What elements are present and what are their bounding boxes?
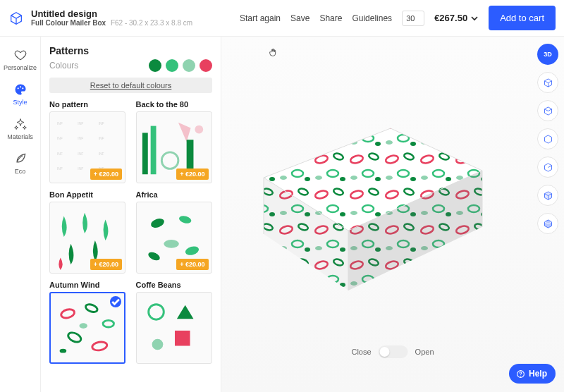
save-link[interactable]: Save xyxy=(290,13,309,23)
price-badge: + €20.00 xyxy=(90,169,122,180)
grab-cursor-icon xyxy=(268,47,279,61)
view-angle-4[interactable] xyxy=(537,157,558,178)
nav-personalize[interactable]: Personalize xyxy=(3,44,38,75)
pattern-tile-autumn-wind[interactable]: Autumn Wind xyxy=(49,281,126,364)
svg-point-30 xyxy=(79,323,87,329)
nav-label: Personalize xyxy=(4,64,37,71)
nav-eco[interactable]: Eco xyxy=(3,147,38,179)
svg-point-27 xyxy=(103,320,114,327)
canvas-viewport[interactable]: Close Open xyxy=(221,37,564,392)
thumb[interactable]: INFINFINFINFINFINFINFINFINFINFINFINF + €… xyxy=(49,111,125,183)
top-actions: Start again Save Share Guidelines 30 €26… xyxy=(240,6,556,30)
svg-point-32 xyxy=(148,305,164,320)
toggle-switch[interactable] xyxy=(379,345,408,358)
pattern-tile-no-pattern[interactable]: No pattern INFINFINFINFINFINFINFINFINFIN… xyxy=(49,100,126,183)
panel-title: Patterns xyxy=(49,45,212,56)
guidelines-link[interactable]: Guidelines xyxy=(352,13,392,23)
svg-rect-16 xyxy=(150,126,156,175)
price-badge: + €20.00 xyxy=(176,259,208,270)
help-button[interactable]: Help xyxy=(509,364,556,384)
nav-materials[interactable]: Materials xyxy=(3,113,38,145)
svg-rect-33 xyxy=(174,331,190,346)
view-angle-6[interactable] xyxy=(537,213,558,234)
svg-text:INF: INF xyxy=(78,122,83,125)
svg-point-20 xyxy=(149,217,165,230)
swatch-4[interactable] xyxy=(200,59,212,72)
colours-label: Colours xyxy=(49,61,78,71)
svg-rect-15 xyxy=(142,133,147,174)
pattern-tile-africa[interactable]: Africa + €20.00 xyxy=(136,190,213,274)
add-to-cart-button[interactable]: Add to cart xyxy=(489,6,556,30)
nav-style[interactable]: Style xyxy=(3,78,38,110)
price-value: €267.50 xyxy=(434,13,467,23)
reset-colours-button[interactable]: Reset to default colours xyxy=(49,78,212,93)
svg-point-29 xyxy=(92,341,108,351)
svg-point-19 xyxy=(195,125,203,134)
svg-point-2 xyxy=(22,87,23,89)
left-nav: Personalize Style Materials Eco xyxy=(0,37,41,392)
start-again-link[interactable]: Start again xyxy=(240,13,281,23)
price-dropdown[interactable]: €267.50 xyxy=(434,13,479,23)
svg-point-26 xyxy=(85,303,99,314)
patterns-panel: Patterns Colours Reset to default colour… xyxy=(41,37,221,392)
pattern-tile-bon-appetit[interactable]: Bon Appetit + €20.00 xyxy=(49,190,126,274)
thumb[interactable]: + €20.00 xyxy=(136,111,212,183)
svg-point-22 xyxy=(164,240,179,248)
product-subtitle: Full Colour Mailer Box F62 - 30.2 x 23.3… xyxy=(31,19,192,27)
svg-text:INF: INF xyxy=(78,152,83,156)
pattern-tile-back-to-80[interactable]: Back to the 80 + €20.00 xyxy=(136,100,213,183)
pattern-tile-coffe-beans[interactable]: Coffe Beans xyxy=(136,281,213,364)
svg-text:INF: INF xyxy=(99,137,104,140)
view-angle-5[interactable] xyxy=(537,185,558,206)
svg-text:INF: INF xyxy=(99,152,104,156)
thumb[interactable] xyxy=(49,292,125,364)
nav-label: Style xyxy=(13,99,27,106)
svg-text:INF: INF xyxy=(57,137,63,140)
svg-point-34 xyxy=(152,339,163,350)
tile-label: No pattern xyxy=(49,100,126,109)
share-link[interactable]: Share xyxy=(319,13,342,23)
check-icon xyxy=(110,296,121,307)
thumb[interactable] xyxy=(136,292,212,364)
swatch-1[interactable] xyxy=(149,59,161,72)
tile-label: Back to the 80 xyxy=(136,100,213,109)
swatch-3[interactable] xyxy=(183,59,195,72)
svg-point-17 xyxy=(161,152,178,169)
sparkle-icon xyxy=(13,117,27,131)
view-angle-1[interactable] xyxy=(537,72,558,93)
swatch-2[interactable] xyxy=(166,59,178,72)
open-close-toggle: Close Open xyxy=(351,345,434,358)
help-label: Help xyxy=(529,369,547,379)
box-3d-render[interactable] xyxy=(243,79,496,333)
palette-icon xyxy=(13,82,27,97)
help-icon xyxy=(516,369,525,379)
nav-label: Eco xyxy=(15,168,26,175)
svg-text:INF: INF xyxy=(57,122,63,125)
title-block: Untitled design Full Colour Mailer Box F… xyxy=(31,8,192,28)
view-3d-button[interactable]: 3D xyxy=(537,44,558,65)
mode3d-label: 3D xyxy=(544,51,552,58)
tile-label: Autumn Wind xyxy=(49,281,126,289)
heart-icon xyxy=(13,48,27,62)
svg-text:INF: INF xyxy=(78,167,83,171)
design-title[interactable]: Untitled design xyxy=(31,8,192,20)
pattern-grid: No pattern INFINFINFINFINFINFINFINFINFIN… xyxy=(49,100,212,364)
quantity-input[interactable]: 30 xyxy=(402,11,424,26)
top-bar: Untitled design Full Colour Mailer Box F… xyxy=(0,0,564,37)
svg-text:INF: INF xyxy=(78,137,83,140)
svg-point-31 xyxy=(60,349,67,353)
thumb[interactable]: + €20.00 xyxy=(136,202,212,274)
svg-point-21 xyxy=(178,214,192,224)
toggle-close-label: Close xyxy=(351,348,371,356)
price-badge: + €20.00 xyxy=(176,169,208,180)
view-angle-2[interactable] xyxy=(537,100,558,121)
view-angle-3[interactable] xyxy=(537,128,558,149)
leaf-icon xyxy=(13,152,27,166)
product-name: Full Colour Mailer Box xyxy=(31,19,106,27)
product-dims: 30.2 x 23.3 x 8.8 cm xyxy=(129,19,192,27)
thumb[interactable]: + €20.00 xyxy=(49,202,125,274)
view-tools: 3D xyxy=(537,44,558,234)
chevron-down-icon xyxy=(470,14,479,23)
svg-point-1 xyxy=(19,86,20,87)
logo-icon xyxy=(8,11,24,26)
